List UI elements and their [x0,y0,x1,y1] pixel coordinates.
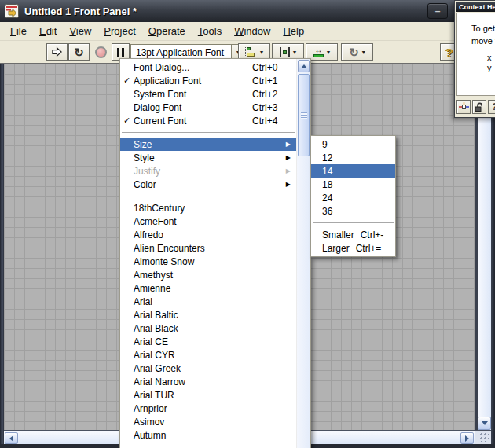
menubar-item[interactable]: View [63,23,97,39]
window-resize-grip[interactable] [475,430,491,444]
font-menu-item[interactable]: Amethyst [120,268,296,281]
show-terminals-button[interactable] [456,100,471,114]
menu-item-label: Justify [134,166,160,177]
font-menu-item[interactable]: Arial Baltic [120,308,296,321]
font-menu-item[interactable]: Alfredo [120,228,296,241]
question-mark-icon: ? [446,46,453,59]
menu-item-shortcut: Ctrl+4 [252,116,293,127]
menu-item[interactable]: Size ▶ [120,138,296,151]
font-name: Arial TUR [134,390,174,401]
font-pulldown-menu: Font Dialog... Ctrl+0 ✓ Application Font… [119,58,311,448]
size-option[interactable]: 14 [311,164,395,178]
scroll-left-button[interactable] [5,432,18,444]
font-menu-item[interactable]: Arnprior [120,402,296,415]
size-option[interactable]: 18 [311,178,395,191]
menu-item-label: System Font [134,89,186,100]
font-menu-item[interactable]: Autumn [120,428,296,442]
menu-item[interactable]: Dialog Font Ctrl+3 [120,101,296,114]
run-button[interactable] [46,43,68,61]
context-help-window[interactable]: Context Help To getmove t xy [454,0,495,118]
arrow-down-icon [482,421,488,425]
font-menu-item[interactable]: Alien Encounters [120,241,296,255]
menu-item[interactable]: Font Dialog... Ctrl+0 [120,61,296,74]
lock-help-button[interactable] [472,100,486,114]
menu-item-shortcut: Ctrl+0 [252,62,293,73]
size-option[interactable]: 24 [311,191,395,204]
size-option[interactable]: 36 [311,204,395,218]
menu-item-label: Application Font [134,75,201,86]
context-help-title[interactable]: Context Help [456,2,495,12]
font-menu-item[interactable]: Arial Narrow [120,375,296,388]
font-menu-item[interactable]: Arial Greek [120,362,296,375]
checkmark-icon: ✓ [120,116,134,126]
detailed-help-button[interactable]: ? [488,100,495,114]
reorder-button[interactable]: ↻ ▾ [341,43,373,61]
menu-item[interactable]: ✓ Current Font Ctrl+4 [120,114,296,127]
menubar-item[interactable]: Tools [192,23,228,39]
menu-item[interactable]: Style ▶ [120,151,296,164]
submenu-arrow-icon: ▶ [286,181,293,188]
size-submenu: 9 12 14 18 24 36 [310,135,396,257]
font-menu-item[interactable]: Arial TUR [120,388,296,402]
menubar-item[interactable]: Help [277,23,310,39]
menu-item[interactable]: ✓ Application Font Ctrl+1 [120,74,296,87]
reorder-icon: ↻ [349,46,359,58]
size-option-label: 36 [322,206,332,217]
resize-objects-icon: ↔ [314,46,324,57]
font-menu-item[interactable]: Asimov [120,415,296,428]
font-name: Autumn [134,430,166,441]
font-name: Alfredo [134,230,163,241]
font-name: Arial Black [134,323,178,334]
menu-item-label: Size [134,139,152,150]
font-menu-item[interactable]: 18thCentury [120,201,296,215]
size-option-label: 9 [322,139,328,150]
font-list-section: 18thCentury AcmeFont Alfredo Ali [120,201,296,442]
title-bar[interactable]: Untitled 1 Front Panel * – [0,0,495,22]
chevron-down-icon: ▾ [362,49,365,56]
terminal-label: x [487,53,495,63]
context-help-line: move t [471,35,495,47]
menu-scroll-thumb[interactable] [298,74,310,156]
menu-item[interactable]: System Font Ctrl+2 [120,87,296,101]
submenu-arrow-icon: ▶ [286,167,293,174]
size-action[interactable]: Smaller Ctrl+- [311,228,395,241]
menubar-item[interactable]: Project [97,23,141,39]
font-menu-item[interactable]: Arial CYR [120,348,296,362]
font-menu-item[interactable]: Amienne [120,281,296,295]
font-name: Amethyst [134,270,173,281]
menu-separator [313,222,394,223]
abort-button [91,43,111,61]
distribute-objects-icon [280,47,290,57]
font-menu-item[interactable]: Arial CE [120,335,296,348]
size-option-label: 24 [322,193,332,204]
font-menu-item[interactable]: Arial Black [120,321,296,335]
arrow-right-icon [465,435,469,442]
scroll-down-button[interactable] [478,417,491,430]
menubar-item[interactable]: Edit [33,23,63,39]
menu-scrollbar[interactable] [296,59,310,448]
vertical-scrollbar[interactable] [475,64,491,430]
run-arrow-icon [51,46,63,57]
font-menu-item[interactable]: Almonte Snow [120,255,296,268]
size-option[interactable]: 9 [311,138,395,151]
window-title: Untitled 1 Front Panel * [24,6,137,17]
menu-item[interactable]: Color ▶ [120,178,296,191]
menu-item[interactable]: Justify ▶ [120,164,296,178]
font-name: Arial Greek [134,363,181,374]
menu-scroll-up-button[interactable] [298,60,310,72]
context-help-text: To getmove t [457,13,495,47]
size-action[interactable]: Larger Ctrl+= [311,241,395,255]
menubar-item[interactable]: File [4,23,33,39]
chevron-down-icon: ▾ [327,49,330,56]
minimize-button[interactable]: – [427,3,448,19]
font-menu-item[interactable]: AcmeFont [120,215,296,228]
run-continuously-button[interactable]: ↻ [68,43,90,61]
font-menu-item[interactable]: Arial [120,295,296,308]
size-option[interactable]: 12 [311,151,395,164]
scroll-right-button[interactable] [460,432,474,444]
window-frame-left [0,64,4,448]
menubar-item[interactable]: Window [228,23,277,39]
menubar-item[interactable]: Operate [142,23,192,39]
menu-item-label: Dialog Font [134,102,182,113]
size-actions-section: Smaller Ctrl+- Larger Ctrl+= [311,228,395,255]
